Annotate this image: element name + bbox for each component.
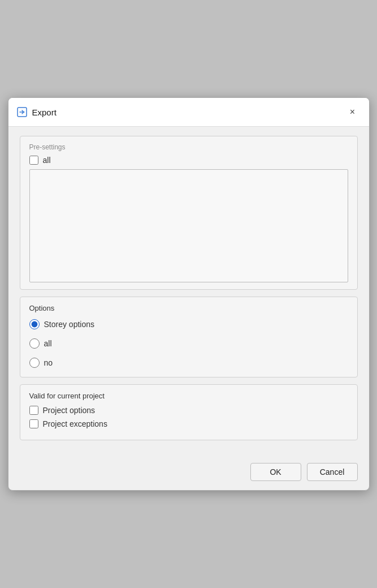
all-checkbox-row: all xyxy=(29,156,348,165)
title-bar: Export × xyxy=(8,98,369,127)
project-options-row: Project options xyxy=(29,406,348,415)
dialog-footer: OK Cancel xyxy=(8,456,369,490)
radio-no[interactable] xyxy=(29,358,40,368)
project-exceptions-label: Project exceptions xyxy=(43,419,107,428)
radio-storey[interactable] xyxy=(29,319,40,329)
dialog-body: Pre-settings all Options Storey options … xyxy=(8,127,369,456)
close-button[interactable]: × xyxy=(344,104,361,121)
valid-section: Valid for current project Project option… xyxy=(20,384,358,440)
project-options-label: Project options xyxy=(43,406,96,415)
all-checkbox-label: all xyxy=(43,156,51,165)
valid-label: Valid for current project xyxy=(29,392,348,400)
presettings-section: Pre-settings all xyxy=(20,136,358,290)
presettings-label: Pre-settings xyxy=(29,143,348,151)
radio-storey-row: Storey options xyxy=(29,319,348,329)
presettings-listbox[interactable] xyxy=(29,169,348,282)
all-checkbox[interactable] xyxy=(29,156,38,165)
radio-no-label: no xyxy=(44,358,53,367)
radio-no-row: no xyxy=(29,358,348,368)
radio-all-row: all xyxy=(29,338,348,349)
export-dialog: Export × Pre-settings all Options Storey… xyxy=(8,97,370,491)
project-options-checkbox[interactable] xyxy=(29,406,38,415)
options-label: Options xyxy=(29,304,348,312)
ok-button[interactable]: OK xyxy=(250,463,301,481)
options-section: Options Storey options all no xyxy=(20,297,358,377)
title-left: Export xyxy=(16,106,57,118)
project-exceptions-row: Project exceptions xyxy=(29,419,348,428)
project-exceptions-checkbox[interactable] xyxy=(29,419,38,428)
dialog-title: Export xyxy=(32,108,57,117)
radio-all-label: all xyxy=(44,339,52,348)
radio-storey-label: Storey options xyxy=(44,320,95,329)
export-icon xyxy=(16,106,28,118)
radio-all[interactable] xyxy=(29,338,40,349)
cancel-button[interactable]: Cancel xyxy=(307,463,358,481)
